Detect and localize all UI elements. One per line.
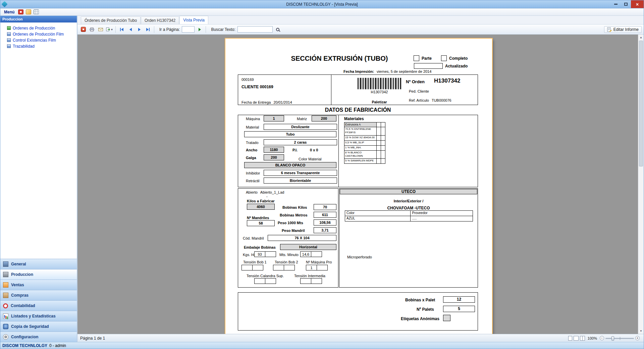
tension-bob2-field [273, 265, 284, 270]
tab-vista-previa[interactable]: Vista Previa [179, 16, 208, 24]
nav-item-label: Compras [11, 293, 29, 298]
peso-1000-label: Peso 1000 Mts [278, 221, 303, 225]
inhibidor-value: 6 meses Transparente [264, 170, 337, 176]
abierto-label: Abierto [246, 190, 258, 194]
previous-page-button[interactable] [127, 26, 134, 33]
zoom-in-button[interactable]: + [635, 336, 640, 340]
goto-page-input[interactable] [182, 26, 195, 33]
inhibidor-label: Inhibidor [246, 171, 260, 175]
matriz-label: Matriz [297, 117, 307, 121]
close-button[interactable]: × [631, 0, 644, 8]
parte-checkbox [414, 55, 419, 61]
tree-item-label: Ordenes de Producción Film [13, 32, 64, 37]
nav-item-label: Produccion [11, 272, 33, 277]
tension-calandra-label: Tensión Calandra Sup. [247, 274, 284, 278]
bobinas-palet-value: 12 [443, 296, 475, 303]
nav-item-label: Contabilidad [11, 303, 35, 308]
minimize-button[interactable] [611, 0, 621, 8]
print-button[interactable] [88, 26, 96, 33]
sidebar-item-compras[interactable]: Compras [0, 290, 77, 300]
scroll-down-icon[interactable]: ▼ [638, 328, 644, 334]
sidebar-nav: General Produccion Ventas Compras Contab… [0, 259, 77, 342]
material-cell: 1 % MB_INH. [344, 146, 377, 151]
kilos-fabricar-label: Kilos a Fabricar [247, 199, 275, 203]
goto-page-button[interactable] [196, 26, 203, 33]
zoom-out-button[interactable]: − [600, 336, 604, 340]
notes-icon[interactable] [26, 9, 31, 14]
sidebar-item-general[interactable]: General [0, 259, 77, 269]
fit-width-view-icon[interactable] [574, 336, 579, 341]
app-window: DISCOM TECHNLOLGY - [Vista Previa] × Men… [0, 0, 644, 349]
sidebar-item-produccion[interactable]: Produccion [0, 269, 77, 280]
material-cell: 70,5 % ENTIRBLENE FF39F/S [344, 127, 377, 136]
sidebar-item-configuracion[interactable]: Configuracion [0, 332, 77, 342]
next-page-button[interactable] [136, 26, 143, 33]
single-page-view-icon[interactable] [568, 336, 572, 341]
tension-intermedia-label: Tensión Intermedia [294, 274, 325, 278]
scroll-up-icon[interactable]: ▲ [638, 35, 644, 40]
tree-item-control-existencias-film[interactable]: Control Existencias Film [2, 37, 75, 43]
edit-report-button[interactable]: Editar Informe [604, 26, 642, 33]
tension-calandra-field [254, 278, 265, 284]
search-text-input[interactable] [237, 26, 273, 33]
materiales-row: 70,5 % ENTIRBLENE FF39F/S [344, 127, 385, 136]
tab-ordenes-produccion-tubo[interactable]: Órdenes de Producción Tubo [81, 16, 141, 24]
retractil-value: Biorientable [264, 178, 337, 184]
tree-item-trazabilidad[interactable]: Trazabilidad [2, 43, 75, 49]
tipo-value: Tubo [244, 131, 336, 137]
menubar: Menú [0, 8, 644, 16]
last-page-button[interactable] [144, 26, 152, 33]
two-page-view-icon[interactable] [580, 336, 585, 341]
sidebar-item-listados-estadisticas[interactable]: Listados y Estadísticas [0, 311, 77, 321]
tab-orden-h1307342[interactable]: Orden H1307342 [141, 16, 179, 24]
bobinas-kilos-value: 70 [314, 204, 336, 210]
tree-item-ordenes-produccion-film[interactable]: Ordenes de Producción Film [2, 31, 75, 37]
email-button[interactable] [97, 26, 104, 33]
tree-item-label: Trazabilidad [13, 44, 35, 49]
close-preview-button[interactable] [79, 26, 87, 33]
export-button[interactable]: ▾ [106, 26, 113, 33]
matriz-value: 200 [312, 115, 336, 121]
scrollbar-thumb[interactable] [639, 41, 643, 166]
delivery-date-label: Fecha de Entrega [241, 100, 271, 104]
completo-label: Completo [449, 56, 468, 61]
completo-checkbox [441, 55, 447, 61]
microperforado-label: Microperforado [347, 255, 372, 259]
search-button[interactable] [274, 26, 281, 33]
client-name: CLIENTE 000169 [241, 85, 273, 89]
interior-exterior-label: Interior/Exterior / [356, 199, 461, 203]
maximize-button[interactable] [621, 0, 631, 8]
mandriles-label: Nº Mandriles [247, 216, 269, 220]
abierto-value: Abierto_1_Lad [260, 190, 284, 194]
chovafoam-label: CHOVAFOAM -UTECO [356, 206, 461, 210]
zoom-slider-thumb[interactable] [611, 336, 614, 341]
first-page-button[interactable] [118, 26, 125, 33]
zoom-slider[interactable] [605, 336, 634, 341]
app-brand: DISCOM TECHNLOLGY [2, 343, 47, 348]
zoom-level: 100% [588, 336, 597, 340]
bobinas-palet-label: Bobinas x Palet [405, 298, 435, 302]
backup-icon [3, 324, 8, 329]
sidebar-item-contabilidad[interactable]: Contabilidad [0, 300, 77, 311]
sidebar-item-ventas[interactable]: Ventas [0, 280, 77, 290]
grid-icon[interactable] [34, 9, 39, 14]
report-preview-area[interactable]: SECCIÓN EXTRUSIÓN (TUBO) Parte Completo … [77, 35, 644, 334]
menu-button[interactable]: Menú [3, 9, 16, 15]
material-cell: 15 % DOW XZ 89434.00 [344, 136, 377, 141]
embalaje-label: Embalaje Bobinas [244, 245, 276, 249]
num-maquina-pro-label: Nº Máquina Pro [306, 260, 332, 264]
uteco-proveedor-value: ..... [411, 216, 473, 221]
uteco-data-row: AZUL ..... [345, 216, 473, 221]
tree-item-ordenes-produccion[interactable]: Ordenes de Producción [2, 25, 75, 31]
peso-mandril-label: Peso Mandril [282, 229, 305, 233]
peso-1000-value: 108,56 [314, 219, 336, 226]
color-material-value: BLANCO OPACO [244, 162, 336, 168]
etiquetas-anonimas-label: Etiquetas Anónimas [401, 316, 439, 321]
materiales-row: 5 % SAMARLEN MDPE [344, 159, 385, 164]
envelope-icon [98, 28, 103, 31]
sidebar-item-copia-seguridad[interactable]: Copia de Seguridad [0, 321, 77, 332]
preview-scrollbar[interactable]: ▲ ▼ [638, 35, 644, 334]
peso-mandril-value: 3,71 [314, 227, 336, 233]
record-icon[interactable] [18, 9, 23, 14]
mts-minuto-empty [311, 251, 322, 257]
